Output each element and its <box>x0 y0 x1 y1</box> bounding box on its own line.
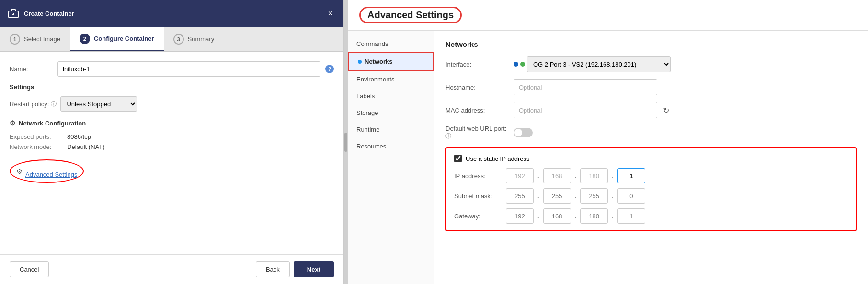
advanced-settings-link[interactable]: ⚙ Advanced Settings <box>10 159 334 183</box>
ip-dot-2: . <box>575 172 577 180</box>
gateway-octet-1[interactable] <box>506 208 534 224</box>
nav-runtime-label: Runtime <box>356 126 379 133</box>
ip-octet-2[interactable] <box>543 168 571 183</box>
restart-select[interactable]: Unless Stopped Always On Failure Never <box>60 96 137 112</box>
mac-row: MAC address: ↻ <box>445 102 857 118</box>
footer-right: Back Next <box>256 261 334 277</box>
close-button[interactable]: × <box>325 8 336 20</box>
settings-title: Settings <box>10 83 334 91</box>
exposed-ports-row: Exposed ports: 8086/tcp <box>10 132 334 142</box>
subnet-octet-1[interactable] <box>506 188 534 204</box>
iface-dot-blue <box>514 62 518 67</box>
restart-label: Restart policy: ⓘ <box>10 100 57 108</box>
nav-resources-label: Resources <box>356 143 386 150</box>
next-button[interactable]: Next <box>294 261 334 277</box>
hostname-input[interactable] <box>514 79 657 95</box>
gateway-dot-1: . <box>537 213 539 220</box>
gateway-octet-3[interactable] <box>580 208 608 224</box>
step-configure-container[interactable]: 2 Configure Container <box>70 27 164 51</box>
panel-divider <box>344 0 348 284</box>
mac-input[interactable] <box>514 102 657 118</box>
gateway-octet-2[interactable] <box>543 208 571 224</box>
step-summary[interactable]: 3 Summary <box>164 27 224 51</box>
ip-octet-3[interactable] <box>580 168 608 183</box>
interface-label: Interface: <box>445 61 508 68</box>
use-static-ip-label: Use a static IP address <box>466 155 529 162</box>
mac-refresh-button[interactable]: ↻ <box>663 106 669 115</box>
subnet-dot-2: . <box>575 193 577 200</box>
cancel-button[interactable]: Cancel <box>10 261 49 277</box>
networks-section-title: Networks <box>445 40 857 48</box>
nav-labels[interactable]: Labels <box>348 88 434 104</box>
nav-networks-label: Networks <box>365 58 393 65</box>
divider-handle[interactable] <box>344 133 347 152</box>
step-num-3: 3 <box>173 34 184 45</box>
nav-environments[interactable]: Environments <box>348 71 434 88</box>
step-label-2: Configure Container <box>94 35 154 42</box>
advanced-body: Commands Networks Environments Labels St… <box>348 31 868 284</box>
name-input[interactable] <box>57 61 320 77</box>
exposed-ports-label: Exposed ports: <box>10 133 67 140</box>
subnet-label: Subnet mask: <box>454 193 502 200</box>
nav-commands[interactable]: Commands <box>348 35 434 52</box>
use-static-ip-row: Use a static IP address <box>454 155 848 162</box>
ip-address-label: IP address: <box>454 172 502 180</box>
advanced-nav: Commands Networks Environments Labels St… <box>348 31 434 284</box>
settings-section: Settings Restart policy: ⓘ Unless Stoppe… <box>10 83 334 112</box>
back-button[interactable]: Back <box>256 261 290 277</box>
step-select-image[interactable]: 1 Select Image <box>0 27 70 51</box>
hostname-row: Hostname: <box>445 79 857 95</box>
interface-select[interactable]: OG 2 Port 3 - VS2 (192.168.180.201) <box>527 56 671 72</box>
restart-row: Restart policy: ⓘ Unless Stopped Always … <box>10 96 334 112</box>
name-row: Name: ? <box>10 61 334 77</box>
ip-dot-1: . <box>537 172 539 180</box>
container-icon <box>8 8 19 19</box>
gateway-dot-3: . <box>612 213 614 220</box>
networks-content: Networks Interface: OG 2 Port 3 - VS2 (1… <box>434 31 868 284</box>
nav-resources[interactable]: Resources <box>348 138 434 155</box>
advanced-header: Advanced Settings <box>348 0 868 31</box>
subnet-octet-4[interactable] <box>617 188 645 204</box>
advanced-settings-label: Advanced Settings <box>25 171 77 178</box>
hostname-label: Hostname: <box>445 84 508 91</box>
url-port-toggle[interactable] <box>514 128 533 137</box>
step-label-3: Summary <box>188 35 215 43</box>
subnet-dot-1: . <box>537 193 539 200</box>
nav-networks[interactable]: Networks <box>348 52 434 71</box>
advanced-title: Advanced Settings <box>367 10 454 20</box>
gateway-row: Gateway: . . . <box>454 208 848 224</box>
nav-runtime[interactable]: Runtime <box>348 121 434 138</box>
gateway-dot-2: . <box>575 213 577 220</box>
step-num-1: 1 <box>10 34 20 45</box>
subnet-mask-row: Subnet mask: . . . <box>454 188 848 204</box>
toggle-knob <box>514 129 522 136</box>
static-ip-checkbox[interactable] <box>454 155 462 162</box>
ip-dot-3: . <box>612 172 614 180</box>
restart-info-icon[interactable]: ⓘ <box>51 100 57 108</box>
name-help-icon[interactable]: ? <box>325 65 334 73</box>
url-info-icon[interactable]: ⓘ <box>445 133 451 139</box>
nav-storage-label: Storage <box>356 109 378 116</box>
subnet-dot-3: . <box>612 193 614 200</box>
subnet-octet-3[interactable] <box>580 188 608 204</box>
ip-address-row: IP address: . . . <box>454 168 848 183</box>
subnet-octet-2[interactable] <box>543 188 571 204</box>
interface-select-wrapper: OG 2 Port 3 - VS2 (192.168.180.201) <box>514 56 671 72</box>
network-mode-row: Network mode: Default (NAT) <box>10 142 334 152</box>
network-mode-value: Default (NAT) <box>67 143 105 150</box>
nav-labels-label: Labels <box>356 92 375 100</box>
gateway-label: Gateway: <box>454 213 502 220</box>
ip-octet-1[interactable] <box>506 168 534 183</box>
left-footer: Cancel Back Next <box>0 254 343 284</box>
gateway-octet-4[interactable] <box>617 208 645 224</box>
nav-storage[interactable]: Storage <box>348 104 434 121</box>
nav-commands-label: Commands <box>356 40 388 47</box>
dialog-title: Create Container <box>8 8 74 19</box>
network-config-title: ⚙ Network Configuration <box>10 119 334 127</box>
ip-octet-4[interactable] <box>617 168 645 183</box>
default-url-port-row: Default web URL port: ⓘ <box>445 125 857 140</box>
left-panel: Create Container × 1 Select Image 2 Conf… <box>0 0 344 284</box>
mac-label: MAC address: <box>445 107 508 114</box>
network-config-section: ⚙ Network Configuration Exposed ports: 8… <box>10 119 334 152</box>
gear-icon: ⚙ <box>10 119 16 127</box>
